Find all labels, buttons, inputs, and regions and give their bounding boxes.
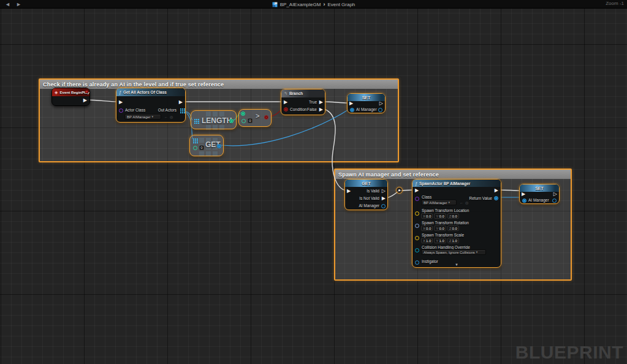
rotation-y-value[interactable]: 0.0 — [439, 227, 444, 230]
node-title: GET — [362, 181, 370, 186]
node-get-ai-manager-validated[interactable]: GET ▶ Is Valid ▷ Is Not Valid ▶ AI Manag… — [344, 179, 388, 210]
out-actors-label: Out Actors — [158, 108, 177, 112]
node-branch[interactable]: ↰ Branch ▶ True ▶ Condition False ▶ — [281, 89, 325, 115]
element-output-pin[interactable] — [217, 144, 221, 148]
collision-override-label: Collision Handling Override — [422, 245, 470, 249]
scale-z-value[interactable]: 1.0 — [452, 239, 457, 243]
output-value-pin[interactable] — [552, 199, 557, 203]
breadcrumb-page[interactable]: Event Graph — [327, 2, 355, 7]
ai-manager-input-pin[interactable] — [522, 199, 526, 203]
condition-pin[interactable] — [284, 107, 288, 112]
use-asset-icon[interactable]: ← — [164, 115, 168, 119]
exec-out-pin[interactable]: ▷ — [553, 192, 557, 197]
rotation-x-value[interactable]: 0.0 — [426, 227, 431, 230]
comment-title-bar[interactable]: Check if there is already an AI in the l… — [40, 80, 398, 89]
index-default-value[interactable]: 0 — [199, 145, 204, 150]
node-title: SET — [362, 96, 371, 100]
class-pin[interactable] — [415, 197, 419, 201]
location-x-value[interactable]: 0.0 — [426, 214, 431, 218]
greater-operator-glyph: > — [256, 112, 259, 119]
event-icon: ◈ — [55, 90, 58, 94]
spawn-location-pin[interactable] — [415, 211, 419, 216]
comment-title-bar[interactable]: Spawn AI manager and set reference — [335, 170, 571, 179]
scale-y-value[interactable]: 1.0 — [439, 239, 444, 243]
false-exec-pin[interactable]: ▶ — [319, 107, 323, 112]
node-title: SpawnActor BP AIManager — [419, 181, 470, 186]
comment-title-text: Spawn AI manager and set reference — [338, 172, 439, 178]
node-title: Get All Actors Of Class — [123, 90, 167, 94]
spawn-scale-label: Spawn Transform Scale — [422, 233, 464, 237]
ai-manager-output-pin[interactable] — [381, 204, 386, 208]
collision-override-pin[interactable] — [415, 248, 419, 252]
blueprint-asset-icon — [272, 2, 278, 7]
spawn-scale-inputs[interactable]: X1.0 Y1.0 Z1.0 — [421, 238, 459, 243]
exec-out-pin[interactable]: ▶ — [83, 98, 87, 103]
node-event-beginplay[interactable]: ◈ Event BeginPlay ▶ — [51, 88, 90, 106]
location-y-value[interactable]: 0.0 — [439, 214, 444, 218]
ai-manager-input-pin[interactable] — [350, 108, 354, 112]
exec-in-pin[interactable]: ▶ — [415, 188, 419, 193]
breadcrumb-chevron-icon: › — [323, 1, 325, 7]
branch-icon: ↰ — [284, 91, 287, 96]
spawn-scale-pin[interactable] — [415, 236, 419, 240]
blueprint-graph-canvas[interactable]: ◄ ► BP_AIExampleGM › Event Graph Zoom -1… — [0, 0, 627, 364]
return-value-label: Return Value — [469, 196, 492, 200]
reroute-node[interactable] — [396, 187, 403, 194]
breadcrumb: BP_AIExampleGM › Event Graph — [0, 0, 627, 9]
exec-out-pin[interactable]: ▶ — [179, 100, 183, 105]
class-dropdown[interactable]: BP AIManager ▾ — [421, 200, 457, 205]
exec-out-pin[interactable]: ▶ — [495, 188, 498, 193]
out-actors-array-pin[interactable] — [180, 108, 181, 110]
spawn-rotation-inputs[interactable]: X0.0 Y0.0 Z0.0 — [421, 226, 459, 231]
return-value-pin[interactable] — [494, 196, 498, 200]
browse-asset-icon[interactable]: ◎ — [465, 201, 468, 205]
expand-node-icon[interactable]: ▼ — [455, 263, 458, 267]
actor-class-pin[interactable] — [119, 108, 123, 113]
exec-in-pin[interactable]: ▶ — [347, 189, 351, 194]
delegate-pin[interactable] — [85, 90, 88, 93]
breadcrumb-asset[interactable]: BP_AIExampleGM — [280, 2, 321, 7]
node-array-length[interactable]: LENGTH — [191, 110, 237, 129]
rotation-z-value[interactable]: 0.0 — [452, 227, 457, 230]
actor-class-dropdown[interactable]: BP AIManager ▾ — [124, 114, 161, 119]
exec-in-pin[interactable]: ▶ — [522, 192, 525, 197]
collision-override-dropdown[interactable]: Always Spawn, Ignore Collisions ▾ — [421, 249, 486, 255]
false-label: False — [307, 107, 317, 112]
node-array-get[interactable]: 0 GET — [189, 135, 224, 156]
greater-output-pin[interactable] — [264, 115, 268, 119]
length-output-pin[interactable] — [229, 119, 234, 123]
node-title: Branch — [289, 91, 303, 96]
array-input-pin[interactable] — [194, 119, 196, 120]
greater-input-a-pin[interactable] — [241, 112, 245, 116]
is-valid-exec-pin[interactable]: ▷ — [382, 189, 386, 194]
node-header: GET — [345, 180, 387, 187]
exec-out-pin[interactable]: ▷ — [379, 101, 383, 106]
axis-y-label: Y — [436, 227, 438, 230]
node-set-ai-manager-2[interactable]: SET ▶ ▷ AI Manager — [519, 184, 560, 204]
axis-z-label: Z — [449, 239, 452, 243]
zoom-level-label: Zoom -1 — [606, 1, 624, 6]
use-asset-icon[interactable]: ← — [460, 201, 463, 205]
location-z-value[interactable]: 0.0 — [452, 214, 457, 218]
function-icon: ƒ — [415, 181, 417, 186]
output-value-pin[interactable] — [378, 108, 382, 112]
greater-input-b-pin[interactable] — [241, 119, 246, 123]
scale-x-value[interactable]: 1.0 — [426, 239, 431, 243]
instigator-pin[interactable] — [415, 260, 419, 265]
exec-in-pin[interactable]: ▶ — [284, 100, 287, 105]
true-exec-pin[interactable]: ▶ — [319, 100, 323, 105]
exec-in-pin[interactable]: ▶ — [349, 101, 353, 106]
browse-asset-icon[interactable]: ◎ — [170, 115, 173, 119]
greater-default-value[interactable]: 0 — [248, 118, 253, 123]
exec-in-pin[interactable]: ▶ — [119, 100, 123, 105]
spawn-location-inputs[interactable]: X0.0 Y0.0 Z0.0 — [421, 213, 459, 219]
dropdown-caret-icon: ▾ — [476, 251, 478, 254]
node-greater-than[interactable]: 0 > — [238, 109, 272, 127]
node-spawnactor-bp-aimanager[interactable]: ƒ SpawnActor BP AIManager ▶ ▶ Class BP A… — [412, 179, 501, 268]
is-not-valid-exec-pin[interactable]: ▶ — [382, 196, 386, 201]
spawn-rotation-pin[interactable] — [415, 224, 419, 228]
node-get-all-actors-of-class[interactable]: ƒ Get All Actors Of Class ▶ ▶ Actor Clas… — [116, 88, 186, 123]
node-set-ai-manager-1[interactable]: SET ▶ ▷ AI Manager — [347, 93, 386, 113]
array-input-pin[interactable] — [193, 138, 194, 140]
index-input-pin[interactable] — [193, 146, 197, 150]
